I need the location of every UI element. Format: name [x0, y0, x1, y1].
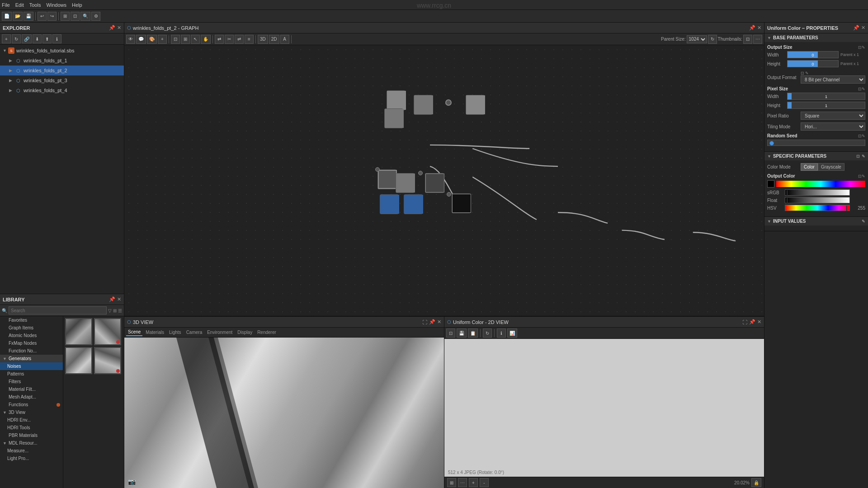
lib-item-4[interactable]: [94, 347, 121, 374]
graph-pin[interactable]: 📌: [749, 25, 755, 31]
input-values-icon[interactable]: ✎: [862, 219, 865, 224]
graph-btn-delete[interactable]: ✂: [225, 35, 234, 44]
specific-params-icon-2[interactable]: ✎: [862, 154, 865, 159]
view2d-btn-chart[interactable]: 📊: [507, 328, 517, 338]
explorer-item-0[interactable]: ▶ ⬡ wrinkles_folds_pt_1: [0, 56, 124, 66]
graph-node-3[interactable]: [466, 95, 485, 115]
lib-grid-icon[interactable]: ⊞: [113, 308, 117, 313]
view2d-canvas[interactable]: 512 x 4 JPEG (Rotate: 0.0°): [444, 339, 764, 477]
height-slider[interactable]: 0: [787, 60, 839, 67]
lib-item-1[interactable]: [65, 318, 92, 345]
graph-btn-pan[interactable]: ✋: [201, 35, 211, 44]
view3d-expand[interactable]: ⛶: [422, 319, 427, 325]
tab-scene[interactable]: Scene: [126, 328, 142, 336]
specific-params-icon-1[interactable]: ⊡: [856, 154, 860, 159]
graph-node-blue-2[interactable]: [404, 194, 423, 214]
menu-edit[interactable]: Edit: [15, 2, 24, 8]
graph-btn-arrange[interactable]: ⇌: [235, 35, 244, 44]
lib-list-icon[interactable]: ☰: [118, 308, 122, 313]
random-seed-icon-1[interactable]: ⊡: [858, 134, 862, 138]
graph-btn-a[interactable]: A: [280, 35, 289, 44]
menu-tools[interactable]: Tools: [29, 2, 41, 8]
explorer-info[interactable]: ℹ: [52, 34, 61, 43]
lib-cat-3dview[interactable]: ▼ 3D View: [0, 408, 63, 416]
output-size-icon-2[interactable]: ✎: [862, 45, 865, 50]
explorer-import[interactable]: ⬇: [33, 34, 42, 43]
search-input[interactable]: [9, 306, 107, 314]
hsv-slider[interactable]: [785, 205, 850, 211]
graph-btn-zoom-fit[interactable]: ⊡: [171, 35, 180, 44]
graph-node-ctrl-1[interactable]: [375, 167, 380, 172]
view2d-btn-fit[interactable]: ⊡: [446, 328, 455, 338]
view2d-zoom-in[interactable]: +: [469, 478, 478, 487]
color-mode-color[interactable]: Color: [801, 163, 818, 171]
lib-cat-noises[interactable]: Noises: [0, 362, 63, 370]
view2d-dots-btn[interactable]: ⋯: [458, 478, 467, 487]
lib-cat-pbr[interactable]: PBR Materials: [0, 432, 63, 439]
section-specific-params-header[interactable]: ▼ SPECIFIC PARAMETERS ⊡ ✎: [764, 152, 868, 160]
output-color-icon-2[interactable]: ✎: [862, 174, 865, 178]
tab-display[interactable]: Display: [236, 329, 254, 336]
section-base-params-header[interactable]: ▼ BASE PARAMETERS: [764, 33, 868, 42]
lib-cat-filters[interactable]: Filters: [0, 378, 63, 385]
lib-cat-matfilt[interactable]: Material Filt...: [0, 385, 63, 393]
color-swatch-current[interactable]: [767, 180, 774, 188]
props-close[interactable]: ✕: [861, 25, 865, 31]
view2d-grid-btn[interactable]: ⊞: [447, 478, 456, 487]
lib-cat-favorites[interactable]: Favorites: [0, 316, 63, 324]
view2d-close[interactable]: ✕: [757, 319, 761, 325]
explorer-root[interactable]: ▼ S wrinkles_folds_tutorial.sbs: [0, 46, 124, 56]
graph-btn-grid[interactable]: ⊞: [181, 35, 190, 44]
toolbar-redo[interactable]: ↪: [47, 12, 57, 21]
lib-cat-generators[interactable]: ▼ Generators: [0, 355, 63, 362]
explorer-item-1[interactable]: ▶ ⬡ wrinkles_folds_pt_2: [0, 66, 124, 75]
graph-node-4[interactable]: [384, 108, 403, 128]
graph-node-2[interactable]: [414, 95, 433, 115]
graph-node-5[interactable]: [377, 169, 396, 189]
graph-node-7[interactable]: [425, 173, 444, 193]
pixel-size-icon-2[interactable]: ✎: [862, 87, 865, 91]
toolbar-btn-4[interactable]: ⊡: [71, 12, 80, 21]
lib-cat-measure[interactable]: Measure...: [0, 447, 63, 455]
graph-btn-render[interactable]: 🎨: [147, 35, 157, 44]
graph-node-1[interactable]: [387, 90, 406, 110]
lib-item-2[interactable]: [94, 318, 121, 345]
parent-size-select[interactable]: 256 512 1024 2048: [687, 35, 707, 43]
color-mode-grayscale[interactable]: Grayscale: [818, 163, 844, 171]
section-input-values-header[interactable]: ▼ INPUT VALUES ✎: [764, 217, 868, 225]
lib-cat-patterns[interactable]: Patterns: [0, 370, 63, 378]
explorer-add[interactable]: +: [2, 34, 11, 43]
view3d-camera-btn[interactable]: 📷: [128, 478, 136, 485]
graph-btn-2d[interactable]: 2D: [269, 35, 279, 44]
lib-cat-lightpro[interactable]: Light Pro...: [0, 455, 63, 462]
width-slider[interactable]: 0: [787, 51, 839, 58]
tab-environment[interactable]: Environment: [205, 329, 234, 336]
view2d-expand[interactable]: ⛶: [742, 319, 747, 325]
format-icon-2[interactable]: ✎: [805, 71, 809, 75]
graph-btn-comment[interactable]: 💬: [136, 35, 146, 44]
random-seed-icon-2[interactable]: ✎: [862, 134, 865, 138]
view2d-btn-copy[interactable]: 📋: [468, 328, 478, 338]
toolbar-btn-6[interactable]: ⚙: [91, 12, 100, 21]
thumbnails-toggle[interactable]: ⊡: [743, 35, 752, 44]
view2d-lock[interactable]: 🔒: [751, 478, 761, 487]
view2d-btn-info[interactable]: ℹ: [497, 328, 506, 338]
lib-cat-atomic[interactable]: Atomic Nodes: [0, 332, 63, 339]
output-format-select[interactable]: 8 Bit per Channel 16 Bit per Channel 16f…: [801, 75, 865, 84]
thumbnails-dots[interactable]: ⋯: [753, 35, 762, 44]
library-close[interactable]: ✕: [117, 296, 121, 302]
pixel-ratio-select[interactable]: Square: [801, 112, 865, 120]
graph-node-6[interactable]: [396, 173, 415, 193]
toolbar-btn-3[interactable]: ⊞: [61, 12, 70, 21]
lib-cat-mdl[interactable]: ▼ MDL Resour...: [0, 439, 63, 447]
toolbar-open[interactable]: 📂: [13, 12, 23, 21]
lib-cat-hdritools[interactable]: HDRI Tools: [0, 424, 63, 432]
graph-node-ctrl-3[interactable]: [447, 192, 451, 197]
view3d-pin[interactable]: 📌: [429, 319, 435, 325]
lib-cat-functions[interactable]: Functions: [0, 401, 63, 408]
random-seed-slider[interactable]: [767, 140, 865, 146]
graph-btn-3d[interactable]: 3D: [258, 35, 268, 44]
toolbar-save[interactable]: 💾: [24, 12, 33, 21]
explorer-export[interactable]: ⬆: [42, 34, 52, 43]
graph-btn-view[interactable]: 👁: [126, 35, 135, 44]
